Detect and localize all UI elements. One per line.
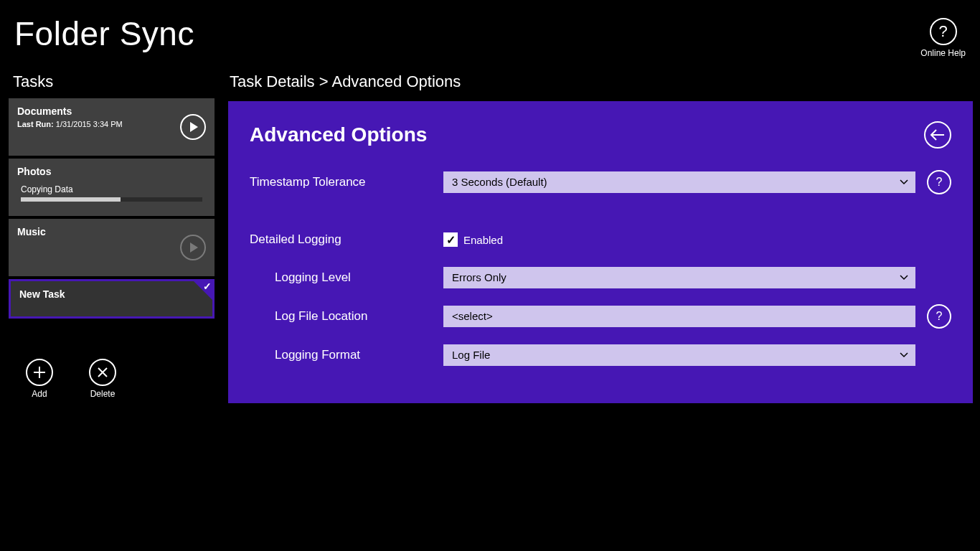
- task-item-music[interactable]: Music: [9, 219, 215, 276]
- task-item-documents[interactable]: Documents Last Run: 1/31/2015 3:34 PM: [9, 98, 215, 156]
- arrow-left-icon: [930, 128, 946, 141]
- logging-level-label: Logging Level: [250, 270, 443, 285]
- app-header: Folder Sync ? Online Help: [0, 0, 980, 58]
- timestamp-tolerance-label: Timestamp Tolerance: [250, 175, 443, 189]
- task-last-run: Last Run: 1/31/2015 3:34 PM: [17, 120, 206, 128]
- task-name: Music: [17, 226, 206, 237]
- check-icon: ✓: [446, 233, 456, 247]
- play-icon: [190, 122, 198, 132]
- task-name: Photos: [17, 166, 206, 177]
- task-name: New Task: [19, 288, 204, 300]
- chevron-down-icon: [900, 179, 908, 185]
- sidebar: Tasks Documents Last Run: 1/31/2015 3:34…: [6, 72, 217, 403]
- play-button[interactable]: [180, 235, 206, 260]
- delete-label: Delete: [89, 389, 116, 399]
- x-icon: [89, 359, 116, 386]
- chevron-down-icon: [900, 275, 908, 281]
- delete-button[interactable]: Delete: [89, 359, 116, 399]
- logging-format-label: Logging Format: [250, 348, 443, 362]
- task-list: Documents Last Run: 1/31/2015 3:34 PM Ph…: [6, 98, 217, 319]
- breadcrumb[interactable]: Task Details > Advanced Options: [228, 72, 973, 101]
- online-help-button[interactable]: ? Online Help: [920, 14, 966, 58]
- logging-level-select[interactable]: Errors Only: [443, 267, 915, 288]
- logging-format-select[interactable]: Log File: [443, 344, 915, 366]
- online-help-label: Online Help: [920, 48, 966, 58]
- task-item-photos[interactable]: Photos Copying Data: [9, 159, 215, 216]
- help-button[interactable]: ?: [927, 304, 951, 329]
- enabled-label: Enabled: [463, 234, 503, 246]
- enabled-checkbox[interactable]: ✓: [443, 232, 458, 247]
- add-label: Add: [26, 389, 53, 399]
- plus-icon: [26, 359, 53, 386]
- timestamp-tolerance-select[interactable]: 3 Seconds (Default): [443, 171, 915, 193]
- help-icon: ?: [930, 18, 957, 45]
- sidebar-actions: Add Delete: [6, 359, 217, 403]
- play-button[interactable]: [180, 114, 206, 140]
- back-button[interactable]: [924, 121, 951, 149]
- chevron-down-icon: [900, 352, 908, 358]
- log-file-location-label: Log File Location: [250, 309, 443, 324]
- main-area: Task Details > Advanced Options Advanced…: [228, 72, 973, 403]
- help-button[interactable]: ?: [927, 170, 951, 194]
- detailed-logging-label: Detailed Logging: [250, 232, 443, 247]
- progress-fill: [21, 197, 121, 202]
- progress-bar: [21, 197, 202, 202]
- panel-title: Advanced Options: [250, 123, 427, 146]
- add-button[interactable]: Add: [26, 359, 53, 399]
- log-file-location-field[interactable]: <select>: [443, 306, 915, 327]
- advanced-options-panel: Advanced Options Timestamp Tolerance 3 S…: [228, 101, 973, 403]
- task-name: Documents: [17, 105, 206, 117]
- play-icon: [190, 242, 198, 253]
- check-icon: ✓: [203, 281, 212, 292]
- tasks-heading: Tasks: [6, 72, 217, 98]
- task-status: Copying Data: [21, 184, 206, 194]
- task-item-new-task[interactable]: New Task ✓: [9, 279, 215, 319]
- app-title: Folder Sync: [14, 14, 194, 53]
